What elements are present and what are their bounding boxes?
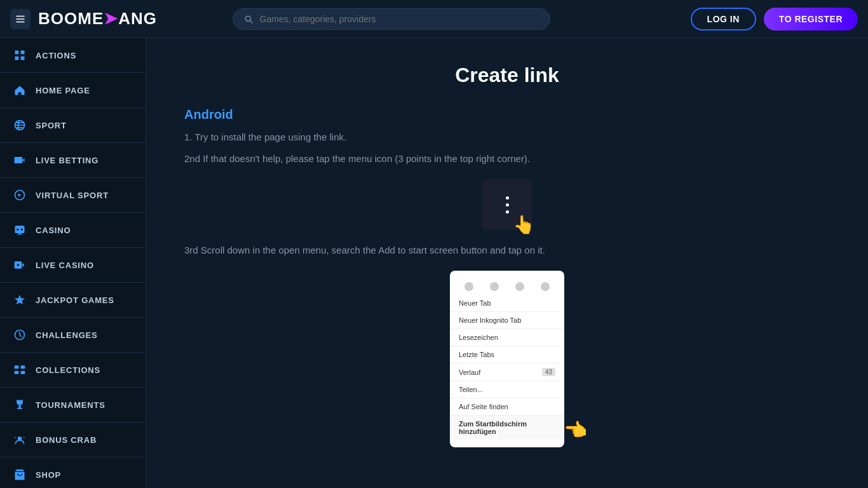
sc-icon-2 — [490, 282, 499, 291]
step2-text: 2nd If that doesn't help, please tap the… — [184, 151, 830, 166]
sc-icon-3 — [515, 282, 524, 291]
page-title: Create link — [184, 64, 830, 87]
sc-menu-neuer-tab: Neuer Tab — [450, 295, 564, 312]
actions-icon — [13, 48, 27, 62]
sidebar-item-virtual-sport-label: VIRTUAL SPORT — [36, 191, 109, 200]
sidebar-item-shop-label: SHOP — [36, 470, 61, 480]
sidebar-item-sport[interactable]: SPORT — [0, 108, 146, 143]
sidebar-item-home-label: HOME PAGE — [36, 86, 90, 95]
sc-menu-auf-seite-label: Auf Seite finden — [459, 403, 508, 410]
virtual-sport-icon — [13, 188, 27, 202]
jackpot-icon — [13, 293, 27, 307]
sidebar-item-casino[interactable]: CASINO — [0, 213, 146, 248]
sc-menu-neuer-inkognito: Neuer Inkognito Tab — [450, 312, 564, 329]
sidebar-item-live-betting[interactable]: LIVE BETTING — [0, 143, 146, 178]
pointing-arrow: 👈 — [564, 419, 587, 441]
sidebar-item-live-casino-label: LIVE CASINO — [36, 261, 94, 270]
android-title: Android — [184, 107, 830, 122]
live-casino-icon — [13, 258, 27, 272]
menu-icon-demo: 👆 — [482, 179, 532, 230]
sc-menu-lesezeichen: Lesezeichen — [450, 329, 564, 346]
svg-rect-2 — [16, 21, 25, 22]
sport-icon — [13, 118, 27, 132]
screenshot-container: Neuer Tab Neuer Inkognito Tab Lesezeiche… — [450, 271, 564, 447]
sc-menu-verlauf-label: Verlauf — [459, 369, 480, 376]
sidebar-item-jackpot-label: JACKPOT GAMES — [36, 295, 114, 305]
svg-rect-6 — [21, 57, 25, 60]
body-wrap: ACTIONS HOME PAGE SPORT LIVE BETTING — [0, 38, 868, 488]
svg-rect-20 — [15, 365, 19, 369]
sc-menu-zum-startbildschirm-label: Zum Startbildschirm hinzufügen — [459, 420, 555, 435]
live-icon — [13, 153, 27, 167]
step3-text: 3rd Scroll down in the open menu, search… — [184, 243, 830, 258]
step1-text: 1. Try to install the page using the lin… — [184, 130, 830, 145]
svg-rect-23 — [21, 371, 25, 374]
svg-rect-4 — [21, 51, 25, 55]
sidebar-item-sport-label: SPORT — [36, 121, 67, 130]
sidebar: ACTIONS HOME PAGE SPORT LIVE BETTING — [0, 38, 146, 488]
sc-icon-4 — [541, 282, 550, 291]
svg-rect-14 — [18, 233, 20, 234]
svg-rect-3 — [15, 51, 19, 55]
sidebar-item-challenges-label: CHALLENGES — [36, 330, 98, 340]
header-search — [233, 8, 550, 30]
svg-rect-21 — [21, 365, 25, 369]
sidebar-item-bonus-crab[interactable]: BONUS CRAB — [0, 423, 146, 458]
svg-rect-0 — [16, 15, 25, 17]
svg-rect-11 — [15, 226, 25, 233]
android-section: Android 1. Try to install the page using… — [184, 107, 830, 447]
svg-marker-18 — [22, 263, 24, 268]
sc-icons-row — [450, 278, 564, 295]
search-icon — [243, 14, 254, 24]
sc-menu-lesezeichen-label: Lesezeichen — [459, 334, 498, 341]
login-button[interactable]: LOG IN — [691, 8, 756, 30]
svg-rect-1 — [16, 18, 25, 20]
sidebar-item-live-casino[interactable]: LIVE CASINO — [0, 248, 146, 283]
sidebar-item-collections-label: COLLECTIONS — [36, 365, 100, 375]
sc-menu-zum-startbildschirm: Zum Startbildschirm hinzufügen — [450, 416, 564, 440]
sidebar-item-tournaments[interactable]: TOURNAMENTS — [0, 388, 146, 423]
sidebar-item-casino-label: CASINO — [36, 226, 71, 235]
sidebar-item-home-page[interactable]: HOME PAGE — [0, 73, 146, 108]
svg-rect-5 — [15, 57, 19, 60]
sidebar-item-bonus-crab-label: BONUS CRAB — [36, 435, 97, 445]
logo[interactable]: BOOME➤ANG — [38, 9, 157, 29]
dot-1 — [506, 196, 509, 200]
sc-menu-teilen: Teilen... — [450, 381, 564, 398]
shop-icon — [13, 468, 27, 482]
sidebar-item-tournaments-label: TOURNAMENTS — [36, 400, 105, 410]
main-content: Create link Android 1. Try to install th… — [146, 38, 868, 488]
cursor-hand: 👆 — [513, 214, 535, 235]
dot-2 — [506, 203, 509, 207]
sidebar-item-shop[interactable]: SHOP — [0, 458, 146, 488]
collections-icon — [13, 363, 27, 377]
sidebar-item-actions-label: ACTIONS — [36, 51, 76, 60]
search-input[interactable] — [260, 14, 539, 24]
sc-icon-1 — [465, 282, 473, 291]
sidebar-toggle-button[interactable] — [10, 9, 31, 29]
sidebar-item-live-betting-label: LIVE BETTING — [36, 156, 98, 165]
sidebar-toggle-icon — [15, 13, 26, 25]
sidebar-item-virtual-sport[interactable]: VIRTUAL SPORT — [0, 178, 146, 213]
register-button[interactable]: TO REGISTER — [764, 8, 858, 30]
svg-rect-25 — [17, 408, 22, 409]
svg-rect-15 — [17, 234, 22, 235]
search-box — [233, 8, 550, 30]
bonus-icon — [13, 433, 27, 447]
home-icon — [13, 83, 27, 97]
header-left: BOOME➤ANG — [10, 9, 157, 29]
tournaments-icon — [13, 398, 27, 412]
sidebar-item-challenges[interactable]: CHALLENGES — [0, 318, 146, 353]
sidebar-item-jackpot-games[interactable]: JACKPOT GAMES — [0, 283, 146, 318]
sc-menu-neuer-tab-label: Neuer Tab — [459, 299, 491, 307]
logo-accent: ➤ — [104, 9, 118, 28]
sc-menu-verlauf: Verlauf 43 — [450, 363, 564, 381]
sidebar-item-actions[interactable]: ACTIONS — [0, 38, 146, 73]
sidebar-item-collections[interactable]: COLLECTIONS — [0, 353, 146, 388]
sc-menu-letzte-tabs-label: Letzte Tabs — [459, 351, 494, 358]
screenshot-wrapper: Neuer Tab Neuer Inkognito Tab Lesezeiche… — [450, 271, 564, 447]
sc-menu-neuer-inkognito-label: Neuer Inkognito Tab — [459, 316, 521, 324]
svg-marker-9 — [22, 158, 24, 163]
svg-rect-24 — [18, 405, 20, 408]
casino-icon — [13, 223, 27, 237]
